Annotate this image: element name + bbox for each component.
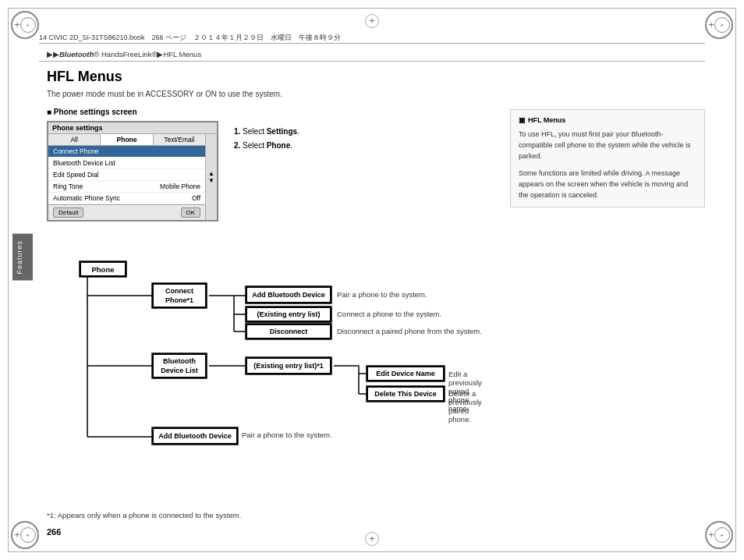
connect-phone-box: Connect Phone*1 [152, 283, 207, 308]
desc-add-bt-1: Pair a phone to the system. [337, 290, 427, 299]
section-label: Phone settings screen [47, 108, 137, 116]
list-item-connect-phone[interactable]: Connect Phone [48, 146, 205, 158]
list-item-auto-sync[interactable]: Automatic Phone SyncOff [48, 193, 205, 204]
subtitle-text: The power mode must be in ACCESSORY or O… [47, 90, 282, 98]
header-file-info: 14 CIVIC 2D_SI-31TS86210.book 266 ページ ２０… [39, 33, 705, 44]
list-item-bt-device-list[interactable]: Bluetooth Device List [48, 158, 205, 169]
diagram-area: Phone Connect Phone*1 Bluetooth Device L… [39, 246, 491, 456]
reg-mark-tr: + [705, 11, 733, 39]
list-item-ring-tone[interactable]: Ring ToneMobile Phone [48, 181, 205, 193]
page-title: HFL Menus [47, 69, 122, 85]
add-bt-device-1-box: Add Bluetooth Device [246, 286, 331, 303]
diagram-svg [39, 246, 491, 456]
note-para-1: To use HFL, you must first pair your Blu… [519, 129, 696, 161]
note-box: HFL Menus To use HFL, you must first pai… [510, 109, 705, 207]
tab-all[interactable]: All [48, 134, 101, 145]
screen-content: All Phone Text/Email Connect Phone Bluet… [48, 134, 217, 220]
existing-entry-2-box: (Existing entry list)*1 [246, 357, 331, 374]
reg-mark-bl: + [11, 521, 39, 549]
screen-list: Connect Phone Bluetooth Device List Edit… [48, 146, 205, 204]
default-button[interactable]: Default [53, 207, 83, 218]
screen-title-bar: Phone settings [48, 122, 217, 134]
note-para-2: Some functions are limited while driving… [519, 168, 696, 200]
screen-mockup: Phone settings All Phone Text/Email Conn… [47, 121, 218, 222]
desc-existing-1: Connect a phone to the system. [337, 310, 441, 318]
footnote: *1: Appears only when a phone is connect… [47, 511, 241, 519]
sidebar-features-label: Features [12, 234, 33, 281]
existing-entry-1-box: (Existing entry list) [246, 307, 331, 322]
disconnect-box: Disconnect [246, 324, 331, 339]
screen-tabs: All Phone Text/Email [48, 134, 205, 146]
desc-disconnect: Disconnect a paired phone from the syste… [337, 327, 482, 335]
reg-mark-tm: + [365, 14, 379, 28]
screen-footer: Default OK [48, 204, 205, 220]
bt-device-list-box: Bluetooth Device List [152, 353, 207, 378]
delete-device-box: Delete This Device [367, 386, 445, 402]
edit-device-name-box: Edit Device Name [367, 366, 445, 381]
breadcrumb: ▶▶Bluetooth® HandsFreeLink®▶HFL Menus [47, 50, 201, 58]
ok-button[interactable]: OK [181, 207, 201, 218]
reg-mark-br: + [705, 521, 733, 549]
tab-textemail[interactable]: Text/Email [154, 134, 205, 145]
desc-add-bt-2: Pair a phone to the system. [242, 431, 332, 439]
tab-phone[interactable]: Phone [101, 134, 153, 145]
note-body: To use HFL, you must first pair your Blu… [519, 129, 696, 200]
step-2: 2. Select Phone. [234, 139, 299, 153]
add-bt-device-2-box: Add Bluetooth Device [152, 427, 238, 445]
desc-delete-device: Delete a previously paired phone. [448, 389, 491, 424]
reg-mark-bm: + [365, 532, 379, 546]
list-item-edit-speed[interactable]: Edit Speed Dial [48, 169, 205, 181]
page-number: 266 [47, 527, 61, 537]
phone-label-box: Phone [80, 261, 126, 277]
note-title: HFL Menus [519, 116, 696, 124]
reg-mark-tl: + [11, 11, 39, 39]
scroll-arrows[interactable]: ▲ ▼ [205, 134, 217, 220]
breadcrumb-line [39, 61, 705, 62]
steps-text: 1. Select Settings. 2. Select Phone. [234, 125, 299, 153]
step-1: 1. Select Settings. [234, 125, 299, 139]
